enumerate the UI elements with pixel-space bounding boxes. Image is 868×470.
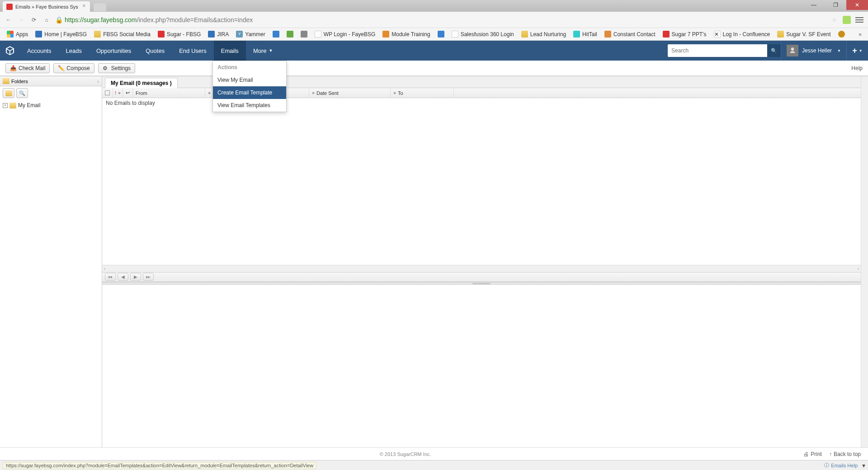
bookmark-item[interactable]: HitTail — [570, 29, 600, 39]
page-icon — [604, 31, 611, 38]
user-menu[interactable]: Jesse Heller ▼ — [781, 41, 846, 61]
new-tab-button[interactable] — [94, 3, 106, 11]
bookmark-item[interactable] — [297, 29, 311, 39]
horizontal-splitter[interactable] — [102, 282, 861, 285]
collapse-sidebar-icon[interactable]: ‹ — [97, 79, 99, 84]
bookmark-item[interactable] — [835, 29, 848, 39]
chevron-down-icon[interactable]: ▾ — [862, 462, 865, 469]
bookmark-item[interactable] — [269, 29, 283, 39]
tab-my-email[interactable]: My Email (0 messages ) — [105, 78, 178, 88]
forward-button[interactable]: → — [17, 16, 25, 24]
tab-close-icon[interactable]: × — [81, 3, 87, 9]
print-icon: 🖨 — [803, 451, 809, 457]
scroll-left-icon[interactable]: ‹ — [104, 266, 105, 271]
copyright: © 2013 SugarCRM Inc. — [380, 451, 431, 457]
window-maximize-button[interactable]: ❐ — [825, 0, 846, 10]
nav-quotes[interactable]: Quotes — [138, 41, 172, 61]
chrome-menu-icon[interactable] — [855, 17, 863, 23]
bookmark-item[interactable]: Salesfusion 360 Login — [448, 29, 517, 39]
bookmark-item[interactable]: FBSG Social Media — [91, 29, 154, 39]
col-to[interactable]: ◆To — [391, 88, 454, 98]
pager-next[interactable]: ▶ — [130, 273, 141, 281]
help-icon: ⓘ — [824, 462, 829, 469]
browser-tab[interactable]: Emails » Faye Business Sys × — [3, 1, 90, 12]
page-icon — [158, 31, 165, 38]
nav-accounts[interactable]: Accounts — [20, 41, 58, 61]
grid-hscroll[interactable]: ‹› — [102, 265, 861, 272]
quick-create-button[interactable]: + ▼ — [846, 41, 868, 61]
settings-button[interactable]: ⚙Settings — [98, 63, 135, 73]
chevron-down-icon: ▼ — [837, 49, 841, 53]
bookmark-item[interactable]: Home | FayeBSG — [32, 29, 90, 39]
global-search-button[interactable]: 🔍 — [767, 44, 781, 57]
dropdown-view-my-email[interactable]: View My Email — [213, 74, 286, 86]
folder-search-button[interactable]: 🔍 — [16, 88, 28, 98]
bookmark-item[interactable]: Sugar 7 PPT's — [660, 29, 710, 39]
bookmark-item[interactable]: JIRA — [205, 29, 232, 39]
check-mail-button[interactable]: 📥Check Mail — [5, 63, 50, 73]
bookmark-star-icon[interactable]: ☆ — [830, 16, 838, 24]
col-flag[interactable]: !◆ — [113, 88, 123, 98]
global-search-input[interactable] — [668, 44, 767, 57]
window-close-button[interactable]: ✕ — [846, 0, 868, 10]
expand-icon[interactable]: + — [3, 103, 8, 108]
emails-help-link[interactable]: ⓘEmails Help — [824, 462, 858, 469]
bookmark-item[interactable] — [434, 29, 448, 39]
pager-last[interactable]: ⏭ — [143, 273, 154, 281]
dropdown-view-email-templates[interactable]: View Email Templates — [213, 99, 286, 112]
preview-pane — [102, 285, 861, 448]
window-minimize-button[interactable]: — — [803, 0, 825, 10]
username: Jesse Heller — [802, 47, 832, 54]
extension-icon[interactable] — [843, 16, 851, 24]
bookmarks-overflow[interactable]: » — [856, 31, 864, 38]
folder-icon — [9, 103, 16, 108]
col-date-sent[interactable]: ◆Date Sent — [309, 88, 391, 98]
home-button[interactable]: ⌂ — [42, 16, 51, 24]
compose-button[interactable]: ✏️Compose — [53, 63, 94, 73]
search-icon: 🔍 — [771, 48, 777, 54]
compose-icon: ✏️ — [58, 65, 64, 71]
bookmark-item[interactable]: YYammer — [233, 29, 268, 39]
tree-node-my-email[interactable]: + My Email — [3, 102, 99, 109]
arrow-up-icon: ↑ — [829, 451, 832, 457]
col-checkbox[interactable] — [102, 88, 113, 98]
nav-more[interactable]: More▼ — [246, 41, 280, 61]
folder-icon — [521, 31, 528, 38]
bookmark-item[interactable]: Sugar - FBSG — [155, 29, 204, 39]
reload-button[interactable]: ⟳ — [30, 16, 38, 24]
bookmark-item[interactable]: Sugar V. SF Event — [774, 29, 834, 39]
pager-first[interactable]: ⏮ — [105, 273, 116, 281]
nav-emails[interactable]: Emails — [214, 41, 246, 61]
bookmark-item[interactable]: ✕Log In - Confluence — [711, 29, 774, 39]
print-link[interactable]: 🖨Print — [803, 451, 822, 457]
back-button[interactable]: ← — [5, 16, 13, 24]
bookmark-item[interactable]: WP Login - FayeBSG — [311, 29, 379, 39]
col-from[interactable]: From — [133, 88, 205, 98]
bookmark-item[interactable]: Lead Nurturing — [518, 29, 569, 39]
address-bar[interactable]: 🔒https://sugar.fayebsg.com/index.php?mod… — [55, 16, 826, 24]
pager-prev[interactable]: ◀ — [118, 273, 128, 281]
page-icon — [315, 31, 321, 38]
folder-tree-button[interactable] — [3, 88, 14, 98]
bookmark-item[interactable] — [283, 29, 297, 39]
browser-toolbar: ← → ⟳ ⌂ 🔒https://sugar.fayebsg.com/index… — [0, 12, 868, 28]
nav-leads[interactable]: Leads — [58, 41, 89, 61]
bookmark-apps[interactable]: Apps — [4, 29, 31, 39]
back-to-top-link[interactable]: ↑Back to top — [829, 451, 861, 457]
vertical-scrollbar[interactable] — [861, 76, 868, 447]
sort-icon: ◆ — [312, 91, 315, 95]
scroll-right-icon[interactable]: › — [858, 266, 859, 271]
app-logo[interactable] — [0, 41, 20, 61]
sort-icon: ◆ — [208, 91, 211, 95]
help-link[interactable]: Help — [851, 65, 863, 71]
dropdown-create-email-template[interactable]: Create Email Template — [213, 86, 286, 99]
bookmark-item[interactable]: Constant Contact — [601, 29, 659, 39]
bookmark-item[interactable]: Module Training — [379, 29, 433, 39]
grid-pager: ⏮ ◀ ▶ ⏭ — [102, 272, 861, 282]
col-reply[interactable]: ↩ — [123, 88, 133, 98]
favicon — [6, 4, 13, 10]
page-icon — [273, 31, 279, 38]
nav-end-users[interactable]: End Users — [172, 41, 214, 61]
folders-header: Folders ‹ — [0, 76, 102, 86]
nav-opportunities[interactable]: Opportunities — [89, 41, 138, 61]
